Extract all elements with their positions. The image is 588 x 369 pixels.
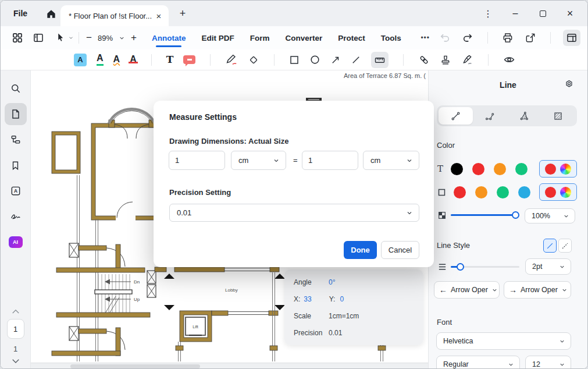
opacity-slider-thumb[interactable] [512,211,519,219]
tab-protect[interactable]: Protect [338,28,365,48]
strikethrough-tool-button[interactable]: A [130,55,137,65]
text-color-orange-swatch[interactable] [494,163,506,175]
squiggly-tool-button[interactable]: A [113,55,120,65]
tab-annotate[interactable]: Annotate [152,28,186,48]
font-style-select[interactable]: Regular [436,356,520,369]
zoom-out-button[interactable]: − [86,32,92,44]
measure-rect-area-option[interactable] [541,107,575,125]
page-down-icon[interactable] [12,358,20,364]
unit-from-select[interactable]: cm [231,151,286,170]
page-up-icon[interactable] [12,308,20,314]
measure-line-option[interactable] [439,107,473,125]
cursor-dropdown-caret-icon[interactable] [68,35,74,41]
circle-tool-button[interactable] [309,54,320,65]
done-button[interactable]: Done [344,241,377,259]
border-color-icon [437,188,446,197]
panel-settings-button[interactable] [564,79,575,90]
font-size-select[interactable]: 12 [525,356,571,369]
arrow-end-select[interactable]: → Arrow Oper [504,281,571,299]
unit-to-select[interactable]: cm [363,151,419,170]
toolbar-separator [550,32,551,44]
font-size-value: 12 [532,360,540,368]
properties-panel: Line Color T [428,70,587,369]
sidebar-item-ai[interactable]: AI✦ [5,231,27,253]
maximize-button[interactable] [537,8,548,19]
zoom-level[interactable]: 89% [98,34,113,42]
zoom-dropdown-caret-icon[interactable] [119,35,125,41]
measure-perimeter-option[interactable] [473,107,507,125]
eraser-tool-button[interactable] [248,54,259,66]
dimension-from-input[interactable] [169,151,225,170]
tab-edit-pdf[interactable]: Edit PDF [201,28,234,48]
current-page-input[interactable]: 1 [7,319,24,339]
dimension-to-input[interactable] [302,151,358,170]
y-value: 0 [340,295,344,303]
text-tool-button[interactable]: T [166,55,174,65]
cancel-button[interactable]: Cancel [381,241,419,259]
tab-form[interactable]: Form [250,28,270,48]
link-tool-button[interactable] [418,54,430,66]
sidebar-item-search[interactable] [5,77,27,100]
signature-tool-button[interactable] [461,54,473,66]
panel-toggle-button[interactable] [31,30,46,45]
select-tool-button[interactable] [53,30,68,45]
arrow-start-select[interactable]: ← Arrow Oper [434,281,500,299]
stamp-tool-button[interactable] [440,54,451,66]
line-tool-button[interactable] [351,55,361,65]
more-tools-button[interactable]: ••• [420,34,430,42]
comment-tool-button[interactable] [183,55,195,64]
undo-button[interactable] [437,30,452,45]
page-icon [10,108,22,120]
thickness-slider-thumb[interactable] [457,263,464,271]
border-color-blue-swatch[interactable] [518,186,530,198]
border-color-custom-picker[interactable] [539,183,577,201]
tab-tools[interactable]: Tools [381,28,401,48]
tab-close-icon[interactable]: × [154,10,164,21]
precision-select[interactable]: 0.01 [169,204,419,222]
highlight-tool-button[interactable]: A [74,54,87,66]
minimize-button[interactable]: – [509,8,521,19]
toolbar-separator [151,54,152,66]
share-export-button[interactable] [523,30,538,45]
opacity-select[interactable]: 100% [525,208,575,223]
pencil-tool-button[interactable] [225,54,238,66]
border-color-red-swatch[interactable] [454,186,466,198]
sidebar-item-annotations[interactable]: A [5,180,27,202]
measure-tool-button[interactable] [371,52,389,68]
app-menu-kebab-icon[interactable]: ⋮ [482,8,494,19]
current-border-color [545,187,556,198]
opacity-slider[interactable] [451,214,518,216]
thickness-select[interactable]: 2pt [525,258,571,275]
new-tab-button[interactable]: + [176,7,189,20]
tab-converter[interactable]: Converter [285,28,322,48]
reading-layout-button[interactable] [563,30,580,46]
print-button[interactable] [500,30,515,45]
text-color-green-swatch[interactable] [515,163,528,175]
sidebar-item-bookmarks[interactable] [5,154,27,176]
dashed-line-style-button[interactable] [558,239,572,253]
horizontal-scrollbar[interactable] [70,364,200,368]
redo-button[interactable] [460,30,475,45]
underline-tool-button[interactable]: A [97,54,104,66]
rectangle-tool-button[interactable] [289,55,300,65]
sidebar-item-outline[interactable] [5,129,27,151]
font-family-select[interactable]: Helvetica [436,332,571,350]
text-color-black-swatch[interactable] [451,163,463,175]
app-grid-button[interactable] [10,30,25,45]
border-color-orange-swatch[interactable] [475,186,487,198]
measure-polygon-area-option[interactable] [507,107,541,125]
sidebar-item-signature[interactable] [5,205,27,228]
text-color-red-swatch[interactable] [472,163,484,175]
sidebar-item-thumbnails[interactable] [5,103,27,125]
zoom-in-button[interactable]: + [131,32,137,44]
show-hide-annotations-button[interactable] [503,54,515,66]
arrow-tool-button[interactable] [330,55,341,65]
border-color-green-swatch[interactable] [497,186,509,198]
close-button[interactable]: × [564,8,576,19]
home-button[interactable] [45,8,58,20]
file-menu[interactable]: File [13,1,27,26]
document-tab[interactable]: * Floor Plan of !st Floor... × [60,5,169,26]
solid-line-style-button[interactable] [543,239,557,253]
ai-icon: AI [9,236,23,248]
text-color-custom-picker[interactable] [539,160,577,178]
